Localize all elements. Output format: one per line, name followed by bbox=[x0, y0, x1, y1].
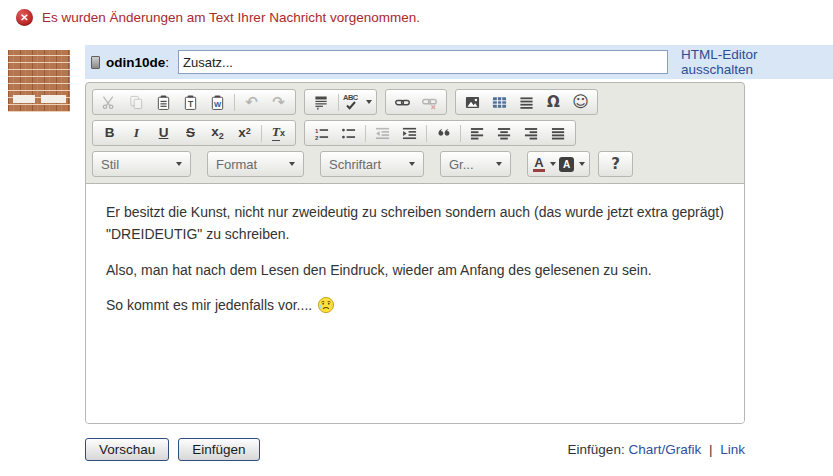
style-select[interactable]: Stil bbox=[92, 151, 191, 177]
outdent-icon bbox=[375, 126, 390, 141]
subscript-button[interactable]: x2 bbox=[204, 122, 231, 144]
toolbar-row: BIUSx2x2Tx12 bbox=[92, 120, 738, 146]
smiley-icon: ☺ bbox=[572, 94, 589, 110]
italic-icon: I bbox=[134, 126, 139, 140]
toolbar-group: ABC bbox=[304, 89, 377, 115]
remove-format-icon: Tx bbox=[272, 125, 285, 141]
show-blocks-button[interactable] bbox=[308, 91, 335, 113]
bulleted-list-icon bbox=[341, 126, 356, 141]
superscript-icon: x2 bbox=[238, 126, 251, 140]
bold-icon: B bbox=[105, 126, 115, 140]
numbered-list-button[interactable]: 12 bbox=[308, 122, 335, 144]
toolbar-separator bbox=[426, 125, 427, 142]
html-editor-toggle-link[interactable]: HTML-Editor ausschalten bbox=[681, 47, 833, 77]
italic-button[interactable]: I bbox=[123, 122, 150, 144]
link-button[interactable] bbox=[389, 91, 416, 113]
remove-format-button[interactable]: Tx bbox=[265, 122, 292, 144]
unlink-icon bbox=[422, 95, 437, 110]
message-paragraph: So kommt es mir jedenfalls vor.... bbox=[106, 294, 724, 320]
image-button[interactable] bbox=[459, 91, 486, 113]
superscript-button[interactable]: x2 bbox=[231, 122, 258, 144]
chart-grafik-link[interactable]: Chart/Grafik bbox=[628, 442, 701, 457]
footer-actions: Vorschau Einfügen bbox=[85, 438, 260, 461]
underline-button[interactable]: U bbox=[150, 122, 177, 144]
subscript-icon: x2 bbox=[211, 125, 224, 141]
copy-button bbox=[123, 91, 150, 113]
bulleted-list-button[interactable] bbox=[335, 122, 362, 144]
editor-content[interactable]: Er besitzt die Kunst, nicht nur zweideut… bbox=[86, 183, 744, 423]
preview-button[interactable]: Vorschau bbox=[85, 438, 169, 461]
table-button[interactable] bbox=[486, 91, 513, 113]
post-header-band: odin10de : HTML-Editor ausschalten bbox=[85, 45, 833, 79]
strikethrough-button[interactable]: S bbox=[177, 122, 204, 144]
page: Es wurden Änderungen am Text Ihrer Nachr… bbox=[0, 0, 833, 476]
subject-input[interactable] bbox=[178, 50, 668, 74]
insert-link[interactable]: Link bbox=[720, 442, 745, 457]
show-blocks-icon bbox=[314, 95, 329, 110]
omega-icon: Ω bbox=[547, 95, 560, 110]
redo-icon: ↷ bbox=[272, 95, 285, 110]
special-character-button[interactable]: Ω bbox=[540, 91, 567, 113]
paste-button[interactable] bbox=[150, 91, 177, 113]
indent-icon bbox=[402, 126, 417, 141]
toolbar-group: Format bbox=[207, 151, 312, 177]
align-center-button[interactable] bbox=[491, 122, 518, 144]
align-justify-button[interactable] bbox=[545, 122, 572, 144]
paste-icon bbox=[156, 95, 171, 110]
cut-icon bbox=[102, 95, 117, 110]
message-paragraph: Er besitzt die Kunst, nicht nur zweideut… bbox=[106, 201, 724, 246]
paste-word-icon: W bbox=[210, 95, 225, 110]
horizontal-rule-button[interactable] bbox=[513, 91, 540, 113]
align-left-button[interactable] bbox=[464, 122, 491, 144]
underline-icon: U bbox=[159, 126, 169, 140]
background-color-button[interactable]: A bbox=[558, 153, 586, 175]
size-select[interactable]: Gr... bbox=[440, 151, 511, 177]
blockquote-icon bbox=[436, 126, 451, 141]
chevron-down-icon bbox=[289, 162, 295, 166]
smiley-button[interactable]: ☺ bbox=[567, 91, 594, 113]
indent-button[interactable] bbox=[396, 122, 423, 144]
insert-button[interactable]: Einfügen bbox=[178, 438, 259, 461]
outdent-button bbox=[369, 122, 396, 144]
toolbar-separator bbox=[338, 94, 339, 111]
chevron-down-icon bbox=[496, 162, 502, 166]
bold-button[interactable]: B bbox=[96, 122, 123, 144]
blockquote-button[interactable] bbox=[430, 122, 457, 144]
help-button[interactable]: ? bbox=[602, 153, 629, 175]
unlink-button bbox=[416, 91, 443, 113]
svg-text:W: W bbox=[214, 100, 222, 109]
link-separator: | bbox=[709, 442, 713, 457]
editor-chrome: TW↶↷ABCΩ☺BIUSx2x2Tx12StilFormatSchriftar… bbox=[85, 82, 745, 424]
paste-text-button[interactable]: T bbox=[177, 91, 204, 113]
toolbar-row: TW↶↷ABCΩ☺ bbox=[92, 89, 738, 115]
table-icon bbox=[492, 95, 507, 110]
copy-icon bbox=[129, 95, 144, 110]
strikethrough-icon: S bbox=[186, 126, 195, 140]
toolbar-separator bbox=[365, 125, 366, 142]
user-avatar bbox=[8, 50, 70, 112]
align-left-icon bbox=[470, 126, 485, 141]
spell-check-icon: ABC bbox=[343, 94, 361, 110]
toolbar-row: StilFormatSchriftartGr...AA? bbox=[92, 151, 738, 177]
username-colon: : bbox=[165, 55, 169, 70]
footer-insert: Einfügen: Chart/Grafik | Link bbox=[568, 442, 745, 457]
text-color-icon: A bbox=[533, 156, 544, 173]
numbered-list-icon: 12 bbox=[314, 126, 329, 141]
link-icon bbox=[395, 95, 410, 110]
svg-text:2: 2 bbox=[315, 133, 319, 140]
align-right-button[interactable] bbox=[518, 122, 545, 144]
spell-check-button[interactable]: ABC bbox=[342, 91, 373, 113]
paste-word-button[interactable]: W bbox=[204, 91, 231, 113]
toolbar-group: BIUSx2x2Tx bbox=[92, 120, 296, 146]
toolbar-group bbox=[385, 89, 447, 115]
size-select-label: Gr... bbox=[449, 157, 474, 172]
align-center-icon bbox=[497, 126, 512, 141]
text-color-button[interactable]: A bbox=[531, 153, 558, 175]
error-text: Es wurden Änderungen am Text Ihrer Nachr… bbox=[42, 10, 420, 25]
font-select-label: Schriftart bbox=[329, 157, 381, 172]
format-select[interactable]: Format bbox=[207, 151, 304, 177]
error-banner: Es wurden Änderungen am Text Ihrer Nachr… bbox=[16, 9, 420, 26]
chevron-down-icon bbox=[176, 162, 182, 166]
format-select-label: Format bbox=[216, 157, 257, 172]
font-select[interactable]: Schriftart bbox=[320, 151, 424, 177]
